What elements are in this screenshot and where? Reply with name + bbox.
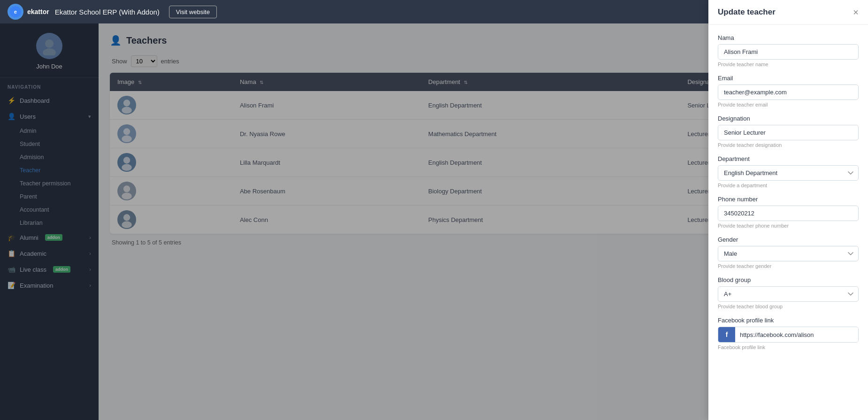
gender-hint: Provide teacher gender bbox=[718, 263, 859, 269]
facebook-input[interactable] bbox=[735, 328, 858, 342]
nama-group: Nama Provide teacher name bbox=[718, 34, 859, 67]
nama-label: Nama bbox=[718, 34, 859, 41]
blood-label: Blood group bbox=[718, 276, 859, 283]
gender-select[interactable]: Male Female Other bbox=[718, 246, 859, 261]
email-hint: Provide teacher email bbox=[718, 102, 859, 107]
blood-select[interactable]: A+ A- B+ B- O+ O- AB+ AB- bbox=[718, 286, 859, 302]
department-select[interactable]: English Department Mathematics Departmen… bbox=[718, 165, 859, 181]
logo-area: e ekattor bbox=[8, 4, 49, 20]
designation-input[interactable] bbox=[718, 125, 859, 140]
logo-text: ekattor bbox=[27, 8, 49, 15]
phone-group: Phone number Provide teacher phone numbe… bbox=[718, 196, 859, 229]
visit-website-button[interactable]: Visit website bbox=[169, 6, 217, 18]
close-panel-button[interactable]: × bbox=[853, 8, 859, 17]
department-hint: Provide a department bbox=[718, 183, 859, 188]
svg-text:e: e bbox=[14, 9, 17, 15]
facebook-input-wrap: f bbox=[718, 327, 859, 343]
facebook-label: Facebook profile link bbox=[718, 317, 859, 324]
logo-icon: e bbox=[8, 4, 23, 20]
department-group: Department English Department Mathematic… bbox=[718, 155, 859, 188]
update-teacher-panel: Update teacher × Nama Provide teacher na… bbox=[708, 0, 868, 420]
facebook-icon: f bbox=[718, 327, 735, 342]
designation-group: Designation Provide teacher designation bbox=[718, 115, 859, 148]
facebook-hint: Facebook profile link bbox=[718, 344, 859, 350]
phone-hint: Provide teacher phone number bbox=[718, 223, 859, 229]
phone-label: Phone number bbox=[718, 196, 859, 203]
panel-title: Update teacher bbox=[718, 8, 776, 17]
blood-hint: Provide teacher blood group bbox=[718, 304, 859, 309]
panel-header: Update teacher × bbox=[708, 0, 868, 25]
nama-input[interactable] bbox=[718, 44, 859, 60]
department-label: Department bbox=[718, 155, 859, 162]
gender-label: Gender bbox=[718, 236, 859, 243]
nama-hint: Provide teacher name bbox=[718, 61, 859, 67]
designation-hint: Provide teacher designation bbox=[718, 142, 859, 148]
email-label: Email bbox=[718, 75, 859, 82]
email-input[interactable] bbox=[718, 84, 859, 100]
app-title: Ekattor School ERP (With Addon) bbox=[55, 8, 160, 16]
blood-group-group: Blood group A+ A- B+ B- O+ O- AB+ AB- Pr… bbox=[718, 276, 859, 309]
designation-label: Designation bbox=[718, 115, 859, 122]
facebook-group: Facebook profile link f Facebook profile… bbox=[718, 317, 859, 350]
panel-body: Nama Provide teacher name Email Provide … bbox=[708, 25, 868, 367]
email-group: Email Provide teacher email bbox=[718, 75, 859, 107]
phone-input[interactable] bbox=[718, 206, 859, 221]
gender-group: Gender Male Female Other Provide teacher… bbox=[718, 236, 859, 269]
